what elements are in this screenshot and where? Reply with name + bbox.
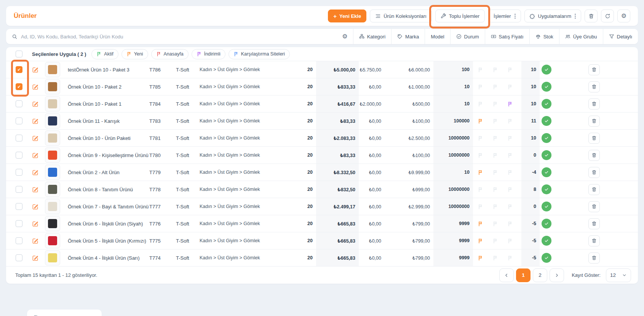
row-flag-2[interactable] <box>488 215 503 232</box>
row-checkbox[interactable] <box>16 237 22 244</box>
row-flag-3[interactable] <box>503 181 518 198</box>
row-checkbox[interactable] <box>16 100 22 107</box>
row-flag-2[interactable] <box>488 113 503 129</box>
edit-button[interactable] <box>27 249 43 266</box>
row-flag-3[interactable] <box>503 215 518 232</box>
row-flag-2[interactable] <box>488 78 503 95</box>
delete-row-button[interactable] <box>588 184 600 195</box>
select-all-checkbox[interactable] <box>16 51 22 57</box>
row-flag-2[interactable] <box>488 198 503 215</box>
my-apps-button[interactable]: Uygulamalarım <box>524 10 581 22</box>
edit-button[interactable] <box>27 164 43 181</box>
row-checkbox[interactable] <box>16 220 22 227</box>
page-button-1[interactable]: 1 <box>516 268 531 282</box>
row-flag-1[interactable] <box>473 130 488 146</box>
row-checkbox[interactable] <box>16 254 22 261</box>
row-flag-1[interactable] <box>473 78 488 95</box>
filter-status[interactable]: Durum <box>450 29 485 44</box>
row-flag-1[interactable] <box>473 61 488 78</box>
delete-row-button[interactable] <box>588 64 600 75</box>
edit-button[interactable] <box>27 78 43 95</box>
bulk-flag-aktif[interactable]: Aktif <box>91 49 118 59</box>
edit-button[interactable] <box>27 113 43 129</box>
product-collections-button[interactable]: Ürün Koleksiyonları <box>370 10 432 22</box>
row-flag-3[interactable] <box>503 232 518 249</box>
delete-row-button[interactable] <box>588 201 600 212</box>
show-back-prices-button[interactable]: Geri Fiyatları Göster <box>27 310 102 316</box>
row-flag-3[interactable] <box>503 61 518 78</box>
row-checkbox[interactable] <box>16 118 22 124</box>
edit-button[interactable] <box>27 95 43 112</box>
row-flag-1[interactable] <box>473 95 488 112</box>
row-flag-3[interactable] <box>503 78 518 95</box>
edit-button[interactable] <box>27 130 43 146</box>
refresh-button[interactable] <box>601 10 614 22</box>
row-flag-3[interactable] <box>503 164 518 181</box>
row-checkbox[interactable] <box>16 169 22 176</box>
delete-row-button[interactable] <box>588 116 600 127</box>
delete-row-button[interactable] <box>588 167 600 178</box>
row-flag-1[interactable] <box>473 113 488 129</box>
bulk-flag-yeni[interactable]: Yeni <box>121 49 148 59</box>
search-settings-button[interactable]: ⚙ <box>337 29 353 44</box>
row-checkbox[interactable] <box>16 83 22 90</box>
row-flag-1[interactable] <box>473 198 488 215</box>
delete-row-button[interactable] <box>588 81 600 92</box>
row-flag-2[interactable] <box>488 249 503 266</box>
row-flag-1[interactable] <box>473 215 488 232</box>
bulk-flag-karsilastirma[interactable]: Karşılaştırma Siteleri <box>229 49 290 59</box>
edit-button[interactable] <box>27 232 43 249</box>
filter-brand[interactable]: Marka <box>391 29 425 44</box>
bulk-flag-indirimli[interactable]: İndirimli <box>192 49 225 59</box>
records-per-page-select[interactable]: 12 <box>606 268 631 282</box>
delete-row-button[interactable] <box>588 252 600 264</box>
row-flag-1[interactable] <box>473 249 488 266</box>
row-checkbox[interactable] <box>16 152 22 159</box>
edit-button[interactable] <box>27 147 43 164</box>
row-flag-3[interactable] <box>503 249 518 266</box>
page-button-2[interactable]: 2 <box>533 268 547 282</box>
next-page-button[interactable] <box>550 268 564 282</box>
row-checkbox[interactable] <box>16 135 22 141</box>
filter-detailed[interactable]: Detaylı <box>603 29 638 44</box>
filter-stock[interactable]: Stok <box>529 29 559 44</box>
settings-button[interactable]: ⚙ <box>617 10 630 22</box>
delete-row-button[interactable] <box>588 218 600 229</box>
row-checkbox[interactable] <box>16 66 22 73</box>
row-flag-1[interactable] <box>473 164 488 181</box>
add-new-button[interactable]: + Yeni Ekle <box>328 10 366 22</box>
row-flag-3[interactable] <box>503 198 518 215</box>
row-flag-2[interactable] <box>488 61 503 78</box>
edit-button[interactable] <box>27 181 43 198</box>
filter-sale-price[interactable]: Satış Fiyatı <box>485 29 529 44</box>
edit-button[interactable] <box>27 215 43 232</box>
row-flag-2[interactable] <box>488 164 503 181</box>
delete-row-button[interactable] <box>588 98 600 110</box>
row-flag-2[interactable] <box>488 232 503 249</box>
bulk-flag-anasayfa[interactable]: Anasayfa <box>151 49 189 59</box>
row-checkbox[interactable] <box>16 186 22 193</box>
row-flag-3[interactable] <box>503 147 518 164</box>
row-flag-3[interactable] <box>503 95 518 112</box>
row-checkbox[interactable] <box>16 203 22 210</box>
row-flag-2[interactable] <box>488 95 503 112</box>
row-flag-2[interactable] <box>488 130 503 146</box>
delete-row-button[interactable] <box>588 150 600 161</box>
filter-category[interactable]: Kategori <box>353 29 391 44</box>
search-input[interactable] <box>21 34 334 40</box>
row-flag-3[interactable] <box>503 113 518 129</box>
row-flag-3[interactable] <box>503 130 518 146</box>
row-flag-1[interactable] <box>473 181 488 198</box>
row-flag-1[interactable] <box>473 232 488 249</box>
filter-member-group[interactable]: Üye Grubu <box>559 29 603 44</box>
row-flag-2[interactable] <box>488 181 503 198</box>
filter-model[interactable]: Model <box>425 29 450 44</box>
operations-button[interactable]: İşlemler <box>488 10 521 22</box>
bulk-operations-button[interactable]: Toplu İşlemler <box>435 10 485 22</box>
prev-page-button[interactable] <box>499 268 514 282</box>
row-flag-2[interactable] <box>488 147 503 164</box>
delete-row-button[interactable] <box>588 235 600 246</box>
edit-button[interactable] <box>27 61 43 78</box>
delete-row-button[interactable] <box>588 133 600 144</box>
row-flag-1[interactable] <box>473 147 488 164</box>
